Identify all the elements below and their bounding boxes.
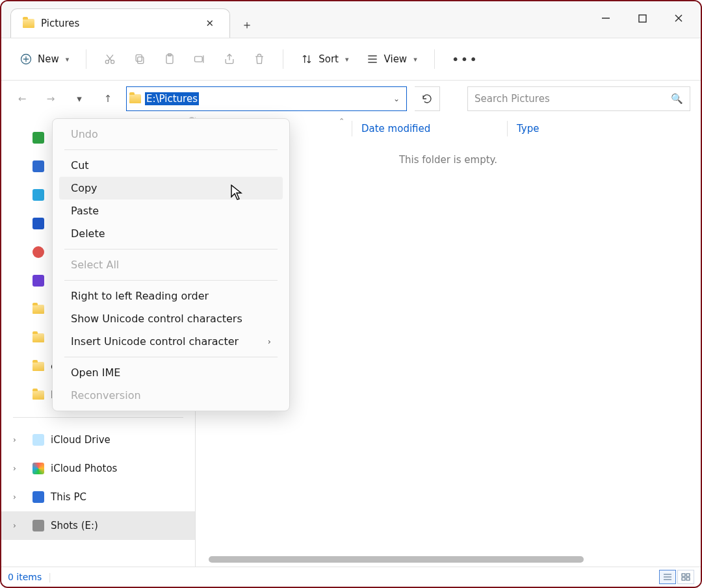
- new-label: New: [38, 53, 59, 65]
- status-item-count: 0 items: [8, 572, 42, 582]
- toolbar: New ▾ Sort ▾ View ▾: [1, 38, 701, 81]
- sidebar-item-label: iCloud Photos: [51, 463, 117, 474]
- context-menu: Undo Cut Copy Paste Delete Select All Ri…: [52, 118, 290, 411]
- context-cut[interactable]: Cut: [59, 154, 283, 177]
- file-explorer-window: Pictures ✕ ＋ New ▾: [0, 0, 702, 588]
- svg-rect-12: [136, 55, 142, 61]
- sort-button[interactable]: Sort ▾: [294, 49, 355, 70]
- scissors-icon: [103, 53, 116, 66]
- svg-rect-26: [686, 578, 690, 580]
- separator: [13, 417, 183, 418]
- downloads-icon: [32, 132, 44, 144]
- titlebar: Pictures ✕ ＋: [1, 1, 701, 38]
- trash-icon: [253, 53, 266, 66]
- cut-button[interactable]: [97, 49, 123, 70]
- column-date-modified[interactable]: Date modified: [352, 121, 507, 136]
- context-insert-unicode[interactable]: Insert Unicode control character ›: [59, 330, 283, 353]
- sort-icon: [300, 53, 313, 66]
- svg-rect-11: [138, 57, 144, 64]
- close-button[interactable]: [660, 1, 697, 35]
- column-label: Type: [517, 123, 539, 134]
- content-scrollbar[interactable]: [209, 556, 584, 563]
- svg-rect-25: [682, 578, 685, 580]
- paste-button[interactable]: [157, 49, 183, 70]
- new-button[interactable]: New ▾: [13, 49, 75, 70]
- address-path[interactable]: E:\Pictures: [145, 92, 199, 105]
- context-paste[interactable]: Paste: [59, 199, 283, 222]
- expand-icon[interactable]: ›: [13, 521, 16, 530]
- separator: [64, 280, 278, 281]
- chevron-down-icon: ▾: [66, 55, 70, 64]
- tab-pictures[interactable]: Pictures ✕: [10, 8, 230, 38]
- ellipsis-icon: •••: [452, 51, 478, 67]
- folder-icon: [32, 362, 44, 371]
- rename-button[interactable]: [187, 49, 213, 70]
- sidebar-item-this-pc[interactable]: › This PC: [1, 483, 195, 511]
- sidebar-item-icloud-drive[interactable]: › iCloud Drive: [1, 426, 195, 454]
- arrow-up-icon: ↑: [104, 93, 112, 105]
- chevron-down-icon: ▾: [345, 55, 349, 64]
- rename-icon: [193, 53, 206, 66]
- forward-button[interactable]: →: [40, 88, 61, 109]
- folder-icon: [32, 390, 44, 400]
- close-icon: [674, 14, 683, 23]
- svg-rect-1: [639, 15, 646, 22]
- grid-icon: [681, 573, 690, 581]
- separator: [86, 49, 86, 69]
- context-copy[interactable]: Copy: [59, 177, 283, 199]
- view-list-icon: [366, 53, 379, 66]
- music-icon: [32, 246, 44, 258]
- recent-locations-button[interactable]: ▾: [69, 88, 90, 109]
- plus-circle-icon: [20, 53, 32, 66]
- separator: [64, 149, 278, 150]
- context-rtl[interactable]: Right to left Reading order: [59, 285, 283, 307]
- column-type[interactable]: Type: [507, 121, 548, 136]
- new-tab-button[interactable]: ＋: [234, 12, 260, 38]
- svg-rect-23: [682, 574, 685, 576]
- this-pc-icon: [32, 491, 44, 503]
- sidebar-item-icloud-photos[interactable]: › iCloud Photos: [1, 454, 195, 483]
- sidebar-item-shots-e[interactable]: › Shots (E:): [1, 511, 195, 540]
- arrow-left-icon: ←: [18, 93, 27, 105]
- copy-icon: [133, 53, 146, 66]
- more-button[interactable]: •••: [445, 47, 485, 71]
- search-icon: 🔍: [671, 93, 683, 105]
- search-box[interactable]: Search Pictures 🔍: [467, 86, 690, 111]
- back-button[interactable]: ←: [12, 88, 32, 109]
- sort-caret-icon: ⌃: [339, 117, 344, 125]
- share-icon: [223, 53, 236, 66]
- thumbnails-view-button[interactable]: [677, 570, 694, 584]
- minimize-button[interactable]: [588, 1, 624, 35]
- search-placeholder: Search Pictures: [474, 93, 671, 105]
- view-button[interactable]: View ▾: [359, 49, 424, 70]
- refresh-button[interactable]: [415, 86, 440, 111]
- context-reconversion: Reconversion: [59, 384, 283, 407]
- maximize-button[interactable]: [624, 1, 660, 35]
- expand-icon[interactable]: ›: [13, 464, 16, 473]
- sidebar-item-label: Shots (E:): [51, 520, 98, 531]
- submenu-arrow-icon: ›: [268, 337, 271, 346]
- expand-icon[interactable]: ›: [13, 435, 16, 444]
- expand-icon[interactable]: ›: [13, 492, 16, 502]
- list-icon: [663, 573, 672, 581]
- context-delete[interactable]: Delete: [59, 222, 283, 245]
- details-view-button[interactable]: [659, 570, 676, 584]
- folder-icon: [129, 94, 141, 103]
- context-show-unicode[interactable]: Show Unicode control characters: [59, 307, 283, 330]
- up-button[interactable]: ↑: [98, 88, 118, 109]
- drive-icon: [32, 520, 44, 531]
- delete-button[interactable]: [246, 49, 272, 70]
- share-button[interactable]: [216, 49, 242, 70]
- address-history-button[interactable]: ⌄: [387, 94, 406, 103]
- context-select-all: Select All: [59, 253, 283, 276]
- minimize-icon: [601, 14, 610, 23]
- column-name-sort[interactable]: ⌃: [345, 121, 352, 136]
- copy-button[interactable]: [127, 49, 153, 70]
- separator: [283, 49, 283, 69]
- tab-close-button[interactable]: ✕: [202, 15, 218, 32]
- status-bar: 0 items |: [1, 567, 701, 587]
- address-bar[interactable]: E:\Pictures ⌄: [126, 86, 407, 111]
- view-label: View: [384, 53, 408, 65]
- context-open-ime[interactable]: Open IME: [59, 361, 283, 384]
- address-row: ← → ▾ ↑ E:\Pictures ⌄ Search Pictures 🔍: [1, 81, 701, 117]
